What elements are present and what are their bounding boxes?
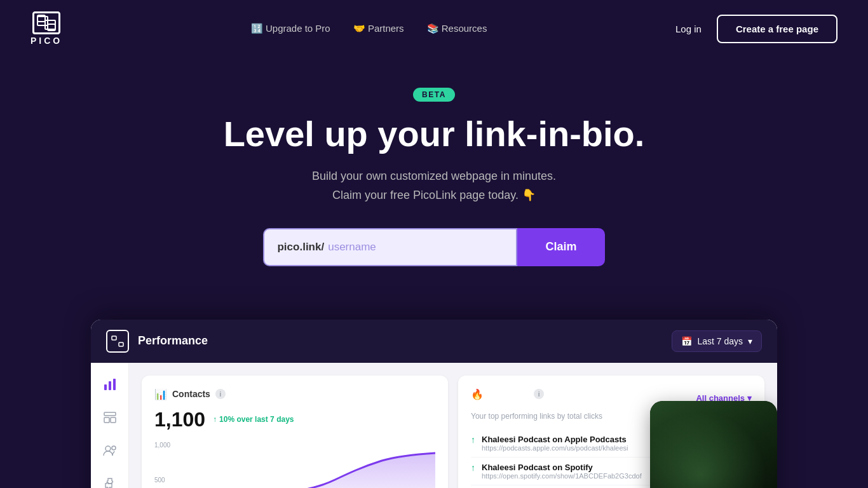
- calendar-icon: 📅: [681, 336, 692, 346]
- dashboard-wrapper: Performance 📅 Last 7 days ▾: [0, 320, 868, 488]
- contacts-count: 1,100 ↑ 10% over last 7 days: [154, 408, 435, 431]
- svg-rect-3: [119, 342, 123, 346]
- svg-rect-2: [112, 336, 116, 340]
- logo-text: PICO: [31, 36, 62, 46]
- svg-rect-7: [104, 412, 116, 416]
- preview-main: 📊 Contacts i 1,100 ↑ 10% over last 7 day…: [129, 363, 777, 488]
- contacts-chart-icon: 📊: [154, 388, 167, 400]
- chart-label-top: 1,000: [154, 442, 170, 449]
- nav-links: 🔢 Upgrade to Pro 🤝 Partners 📚 Resources: [251, 23, 487, 34]
- contacts-card-header: 📊 Contacts i: [154, 388, 435, 400]
- phone-mockup: [650, 401, 777, 488]
- contacts-title: Contacts: [172, 389, 210, 399]
- claim-bar: pico.link/ Claim: [15, 228, 853, 266]
- trend-up-icon: ↑: [471, 463, 475, 473]
- create-page-button[interactable]: Create a free page: [717, 15, 837, 43]
- preview-content: 📊 Contacts i 1,100 ↑ 10% over last 7 day…: [91, 363, 777, 488]
- nav-partners[interactable]: 🤝 Partners: [353, 23, 404, 34]
- beta-badge: BETA: [413, 88, 455, 102]
- svg-point-10: [105, 446, 111, 451]
- hot-links-card: 🔥 Hot Links i All channels ▾ Your top pe…: [458, 376, 764, 488]
- hero-subtitle: Build your own customized webpage in min…: [15, 166, 853, 205]
- nav-actions: Log in Create a free page: [675, 15, 837, 43]
- svg-point-11: [112, 446, 116, 450]
- trend-up-icon: ↑: [471, 435, 475, 445]
- username-input[interactable]: [324, 229, 503, 265]
- contacts-chart-svg: [154, 442, 435, 488]
- sidebar-icon-users[interactable]: [101, 442, 119, 459]
- navbar: PICO 🔢 Upgrade to Pro 🤝 Partners 📚 Resou…: [0, 0, 868, 57]
- chevron-down-icon: ▾: [748, 336, 752, 346]
- contacts-info-icon[interactable]: i: [215, 389, 226, 399]
- svg-rect-9: [111, 417, 116, 423]
- logo[interactable]: PICO: [31, 11, 62, 46]
- nav-upgrade[interactable]: 🔢 Upgrade to Pro: [251, 23, 330, 34]
- date-label: Last 7 days: [697, 336, 743, 346]
- preview-header-left: Performance: [106, 330, 208, 353]
- contacts-number: 1,100: [154, 408, 205, 431]
- svg-rect-1: [48, 24, 55, 30]
- logo-icon: [32, 11, 60, 34]
- claim-button[interactable]: Claim: [517, 228, 604, 266]
- growth-text: 10% over last 7 days: [219, 415, 294, 424]
- login-button[interactable]: Log in: [675, 24, 702, 34]
- hero-subtitle-line1: Build your own customized webpage in min…: [312, 170, 556, 182]
- date-selector[interactable]: 📅 Last 7 days ▾: [672, 330, 762, 352]
- preview-title: Performance: [138, 334, 208, 348]
- claim-prefix: pico.link/: [277, 241, 324, 254]
- hot-links-header: 🔥 Hot Links i: [471, 388, 544, 400]
- svg-rect-5: [109, 381, 111, 390]
- dashboard-preview: Performance 📅 Last 7 days ▾: [91, 320, 777, 488]
- sidebar-icon-layout[interactable]: [101, 409, 119, 426]
- hero-title: Level up your link-in-bio.: [15, 114, 853, 154]
- svg-rect-6: [113, 379, 116, 390]
- phone-background-image: [650, 401, 777, 488]
- hot-links-title: 🔥 Hot Links: [471, 388, 529, 400]
- hero-section: BETA Level up your link-in-bio. Build yo…: [0, 57, 868, 320]
- nav-resources[interactable]: 📚 Resources: [427, 23, 487, 34]
- hot-links-info-icon[interactable]: i: [534, 389, 544, 399]
- sidebar-icon-puzzle[interactable]: [101, 475, 119, 488]
- growth-badge: ↑ 10% over last 7 days: [213, 415, 294, 424]
- svg-rect-8: [104, 417, 109, 423]
- contacts-card: 📊 Contacts i 1,100 ↑ 10% over last 7 day…: [142, 376, 448, 488]
- preview-header: Performance 📅 Last 7 days ▾: [91, 320, 777, 363]
- arrow-up-icon: ↑: [213, 415, 217, 424]
- claim-input-wrap: pico.link/: [263, 228, 517, 266]
- chart-label-mid: 500: [154, 476, 165, 483]
- hero-subtitle-line2: Claim your free PicoLink page today. 👇: [332, 189, 536, 201]
- contacts-chart-area: 1,000 500: [154, 442, 435, 488]
- svg-rect-4: [104, 384, 107, 390]
- preview-icon: [106, 330, 129, 353]
- sidebar-icon-chart[interactable]: [101, 376, 119, 393]
- svg-rect-0: [37, 15, 45, 22]
- preview-sidebar: [91, 363, 129, 488]
